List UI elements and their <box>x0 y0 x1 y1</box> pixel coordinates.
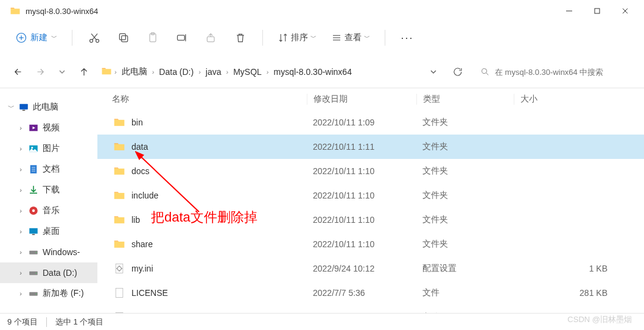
sidebar-item[interactable]: ›桌面 <box>0 221 97 242</box>
breadcrumb-item[interactable]: mysql-8.0.30-winx64 <box>271 66 354 78</box>
column-size[interactable]: 大小 <box>514 94 644 105</box>
breadcrumb-item[interactable]: Data (D:) <box>156 66 196 78</box>
recent-dropdown[interactable] <box>55 65 69 79</box>
back-button[interactable] <box>11 65 26 79</box>
minimize-button[interactable] <box>555 1 583 21</box>
copy-button[interactable] <box>111 27 136 49</box>
file-name: include <box>131 191 307 200</box>
file-name: bin <box>131 118 307 127</box>
maximize-button[interactable] <box>583 1 611 21</box>
window-controls <box>555 1 639 21</box>
file-row[interactable]: bin2022/10/11 1:09文件夹 <box>97 110 644 135</box>
chevron-right-icon[interactable]: › <box>267 68 269 75</box>
chevron-down-icon: ﹀ <box>310 33 317 42</box>
chevron-icon[interactable]: › <box>17 248 24 256</box>
sidebar-item[interactable]: ›Windows- <box>0 242 97 262</box>
file-size: 281 KB <box>514 288 644 298</box>
svg-line-9 <box>93 33 97 40</box>
rename-button[interactable] <box>170 27 194 49</box>
tree-icon <box>18 102 29 113</box>
file-name: LICENSE <box>131 288 307 298</box>
tree-label: 音乐 <box>43 205 60 216</box>
close-button[interactable] <box>611 1 639 21</box>
file-icon <box>112 188 127 203</box>
file-icon <box>112 164 127 178</box>
chevron-icon[interactable]: › <box>17 145 24 152</box>
column-type[interactable]: 类型 <box>416 94 514 105</box>
forward-button[interactable] <box>33 65 47 79</box>
sort-button[interactable]: 排序 ﹀ <box>273 30 321 46</box>
chevron-down-icon: ﹀ <box>51 33 57 42</box>
breadcrumb-dropdown[interactable] <box>426 65 441 79</box>
column-headers: 名称 修改日期 类型 大小 <box>97 88 644 110</box>
file-name: data <box>131 142 307 152</box>
search-box[interactable] <box>475 62 633 82</box>
chevron-icon[interactable]: › <box>17 124 24 132</box>
sidebar-item[interactable]: ›音乐 <box>0 200 97 221</box>
status-count: 9 个项目 <box>7 317 38 328</box>
more-button[interactable]: ··· <box>395 27 419 49</box>
tree-icon <box>28 267 39 278</box>
file-date: 2022/10/11 1:10 <box>307 215 416 225</box>
file-row[interactable]: docs2022/10/11 1:10文件夹 <box>97 159 644 183</box>
status-selection: 选中 1 个项目 <box>55 317 103 328</box>
share-button[interactable] <box>199 27 223 49</box>
paste-button[interactable] <box>141 27 165 49</box>
breadcrumb-item[interactable]: java <box>203 66 224 78</box>
up-button[interactable] <box>77 65 91 79</box>
sidebar-item[interactable]: ﹀此电脑 <box>0 97 97 118</box>
breadcrumb[interactable]: › 此电脑 › Data (D:) › java › MySQL › mysql… <box>99 62 419 82</box>
sidebar-item[interactable]: ›下载 <box>0 180 97 200</box>
file-row[interactable]: share2022/10/11 1:10文件夹 <box>97 232 644 256</box>
folder-icon <box>10 5 21 16</box>
svg-rect-17 <box>207 37 214 41</box>
chevron-icon[interactable]: › <box>17 228 24 235</box>
tree-label: Data (D:) <box>43 268 77 278</box>
cut-button[interactable] <box>82 27 107 49</box>
sidebar-item[interactable]: ›新加卷 (F:) <box>0 283 97 304</box>
file-row[interactable]: include2022/10/11 1:10文件夹 <box>97 183 644 208</box>
column-date[interactable]: 修改日期 <box>307 94 416 105</box>
folder-icon <box>101 66 112 79</box>
file-name: docs <box>131 166 307 176</box>
breadcrumb-item[interactable]: MySQL <box>231 66 264 78</box>
sidebar-item[interactable]: ›文档 <box>0 159 97 180</box>
sidebar-item[interactable]: ›视频 <box>0 118 97 138</box>
file-row[interactable]: lib2022/10/11 1:10文件夹 <box>97 208 644 232</box>
tree-icon <box>28 164 39 175</box>
search-icon <box>480 67 490 77</box>
chevron-right-icon[interactable]: › <box>114 68 117 75</box>
svg-point-34 <box>32 209 35 212</box>
refresh-button[interactable] <box>448 62 467 82</box>
view-button[interactable]: 查看 ﹀ <box>326 30 375 46</box>
file-size: 1 KB <box>514 264 644 273</box>
tree-icon <box>28 143 39 154</box>
sort-label: 排序 <box>291 32 308 43</box>
chevron-icon[interactable]: ﹀ <box>7 103 15 112</box>
svg-rect-45 <box>116 289 123 298</box>
sidebar-item[interactable]: ›Data (D:) <box>0 262 97 283</box>
chevron-icon[interactable]: › <box>17 269 24 276</box>
svg-point-42 <box>36 293 37 295</box>
file-row[interactable]: LICENSE2022/7/7 5:36文件281 KB <box>97 281 644 305</box>
file-row[interactable]: my.ini2022/9/24 10:12配置设置1 KB <box>97 256 644 281</box>
chevron-icon[interactable]: › <box>17 207 24 214</box>
chevron-right-icon[interactable]: › <box>152 68 155 75</box>
chevron-icon[interactable]: › <box>17 290 24 297</box>
sidebar-item[interactable]: ›图片 <box>0 138 97 159</box>
svg-rect-11 <box>122 36 128 42</box>
chevron-right-icon[interactable]: › <box>198 68 201 75</box>
file-date: 2022/10/11 1:10 <box>307 166 416 176</box>
delete-button[interactable] <box>228 27 253 49</box>
chevron-icon[interactable]: › <box>17 186 24 194</box>
search-input[interactable] <box>495 68 628 77</box>
new-label: 新建 <box>30 32 47 43</box>
file-row[interactable]: data2022/10/11 1:11文件夹 <box>97 135 644 159</box>
tree-label: 桌面 <box>43 226 60 237</box>
column-name[interactable]: 名称 <box>112 94 307 105</box>
chevron-icon[interactable]: › <box>17 166 24 173</box>
navbar: › 此电脑 › Data (D:) › java › MySQL › mysql… <box>0 58 644 85</box>
new-button[interactable]: 新建 ﹀ <box>11 30 62 46</box>
chevron-right-icon[interactable]: › <box>226 68 229 75</box>
breadcrumb-item[interactable]: 此电脑 <box>119 65 150 79</box>
